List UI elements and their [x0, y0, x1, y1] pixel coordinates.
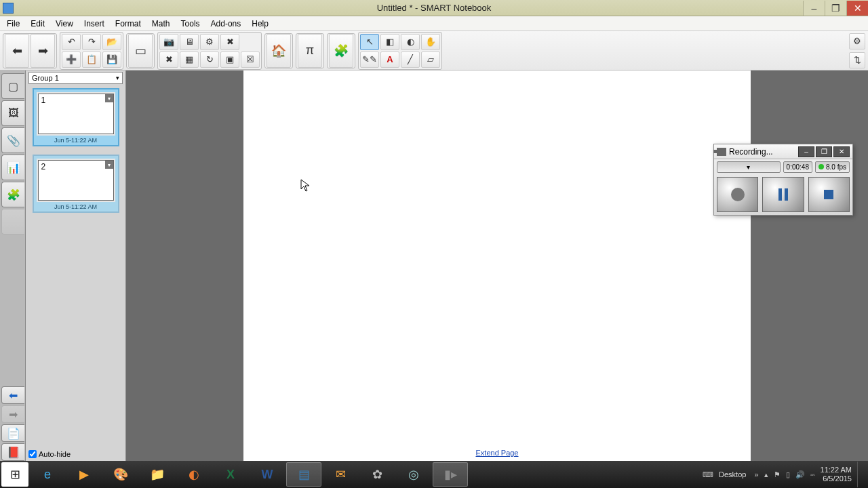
taskbar-excel[interactable]: X [213, 462, 248, 487]
screen-shade-button[interactable]: ▭ [128, 34, 153, 68]
paste-button[interactable]: 📋 [82, 52, 101, 68]
menu-insert[interactable]: Insert [79, 18, 110, 30]
side-action-1[interactable]: 📄 [1, 424, 24, 442]
recorder-menu-dropdown[interactable]: ▾ [717, 161, 781, 173]
taskbar-ie[interactable]: e [30, 462, 65, 487]
toolbar-move-button[interactable]: ⇅ [849, 52, 865, 68]
gallery-tab[interactable]: 🖼 [1, 100, 24, 126]
page-add-icon: ➕ [66, 54, 77, 64]
ruler-tool-button[interactable]: ▱ [421, 52, 440, 68]
collapse-right-button[interactable]: ➡ [1, 405, 24, 423]
recorder-close-button[interactable]: ✕ [833, 146, 850, 157]
properties-tab[interactable]: 📊 [1, 155, 24, 180]
shape-tool-button[interactable]: ◧ [380, 34, 399, 50]
addons-button[interactable]: 🧩 [329, 34, 353, 68]
delete-page-button[interactable]: ☒ [241, 52, 260, 68]
save-button[interactable]: 💾 [102, 52, 121, 68]
taskbar-recorder[interactable]: ▮▸ [433, 462, 468, 487]
redo-button[interactable]: ↷ [82, 34, 101, 50]
menu-view[interactable]: View [50, 18, 79, 30]
fill-tool-button[interactable]: ✋ [421, 34, 440, 50]
delete-button[interactable]: ✖ [159, 52, 178, 68]
pens-tool-button[interactable]: ✎✎ [360, 52, 379, 68]
arrow-right-icon: ➡ [9, 408, 18, 421]
keyboard-icon[interactable]: ⌨ [703, 470, 713, 479]
menu-help[interactable]: Help [246, 18, 274, 30]
window-maximize-button[interactable]: ❐ [825, 1, 846, 16]
clear-ink-button[interactable]: ✖ [220, 34, 239, 50]
page-sorter-tab[interactable]: ▢ [1, 73, 24, 99]
prev-page-button[interactable]: ⬅ [5, 34, 29, 68]
recorder-pause-button[interactable] [762, 177, 804, 212]
taskbar-app-1[interactable]: ✿ [359, 462, 395, 487]
tray-chevron-icon[interactable]: ▴ [764, 470, 768, 479]
menu-edit[interactable]: Edit [25, 18, 50, 30]
image-icon: ⚙ [205, 37, 214, 47]
taskbar-media[interactable]: ▶ [66, 462, 102, 487]
side-action-2[interactable]: 📕 [1, 443, 24, 461]
math-tools-button[interactable]: π [298, 34, 322, 68]
page-group-label: Group 1 [32, 74, 59, 82]
menu-format[interactable]: Format [110, 18, 146, 30]
start-button[interactable]: ⊞ [1, 462, 28, 487]
undo-button[interactable]: ↶ [62, 34, 81, 50]
attachments-tab[interactable]: 📎 [1, 127, 24, 153]
activity-builder-button[interactable]: 🏠 [267, 34, 291, 68]
reset-page-button[interactable]: ↻ [200, 52, 219, 68]
menu-tools[interactable]: Tools [176, 18, 205, 30]
svg-point-0 [731, 188, 745, 201]
window-close-button[interactable]: ✕ [846, 1, 868, 16]
taskbar-firefox[interactable]: ◐ [176, 462, 212, 487]
recorder-minimize-button[interactable]: – [798, 146, 814, 157]
tray-expand-icon[interactable]: » [754, 470, 758, 479]
page-thumbnail-2[interactable]: 2 ▾ Jun 5-11:22 AM [33, 155, 119, 213]
taskbar-explorer[interactable]: 📁 [140, 462, 175, 487]
show-desktop-button[interactable] [857, 462, 863, 487]
menu-file[interactable]: File [1, 18, 25, 30]
taskbar-smart-notebook[interactable]: ▤ [286, 462, 321, 487]
menu-math[interactable]: Math [146, 18, 176, 30]
autohide-input[interactable] [28, 450, 37, 458]
recorder-window[interactable]: Recording... – ❐ ✕ ▾ 0:00:48 8.0 fps [713, 144, 853, 216]
taskbar-paint[interactable]: 🎨 [103, 462, 138, 487]
toolbar-options-button[interactable]: ⚙ [849, 33, 865, 49]
recorder-stop-button[interactable] [808, 177, 850, 212]
window-minimize-button[interactable]: – [803, 1, 825, 16]
network-icon[interactable]: ▯ [786, 470, 790, 479]
page-thumbnail-1[interactable]: 1 ▾ Jun 5-11:22 AM [33, 88, 119, 146]
properties-button[interactable]: ▣ [220, 52, 239, 68]
page-group-dropdown[interactable]: Group 1 [28, 72, 123, 84]
insert-image-button[interactable]: ⚙ [200, 34, 219, 50]
thumbnail-menu-button[interactable]: ▾ [105, 161, 113, 169]
thumbnail-menu-button[interactable]: ▾ [105, 94, 113, 102]
paperclip-icon: 📎 [7, 134, 20, 147]
open-file-button[interactable]: 📂 [102, 34, 121, 50]
table-button[interactable]: ▦ [180, 52, 199, 68]
recorder-maximize-button[interactable]: ❐ [816, 146, 832, 157]
line-tool-button[interactable]: ╱ [401, 52, 420, 68]
taskbar-clock[interactable]: 11:22 AM 6/5/2015 [821, 466, 852, 483]
autohide-checkbox[interactable]: Auto-hide [28, 450, 71, 458]
taskbar-word[interactable]: W [250, 462, 285, 487]
eraser-tool-button[interactable]: ◐ [401, 34, 420, 50]
page-canvas[interactable]: Extend Page [243, 70, 751, 461]
taskbar-camera[interactable]: ◎ [396, 462, 431, 487]
next-page-button[interactable]: ➡ [31, 34, 55, 68]
volume-icon[interactable]: 🔊 [795, 470, 805, 479]
page-x-icon: 📕 [7, 446, 20, 459]
collapse-left-button[interactable]: ⬅ [1, 386, 24, 404]
battery-icon[interactable]: ⎓ [810, 470, 815, 479]
recorder-titlebar[interactable]: Recording... – ❐ ✕ [714, 144, 852, 159]
action-center-icon[interactable]: ⚑ [774, 470, 781, 479]
select-tool-button[interactable]: ↖ [360, 34, 379, 50]
menu-addons[interactable]: Add-ons [205, 18, 247, 30]
document-camera-button[interactable]: 🖥 [180, 34, 199, 50]
recorder-record-button[interactable] [717, 177, 758, 212]
new-page-button[interactable]: ➕ [62, 52, 81, 68]
capture-button[interactable]: 📷 [159, 34, 178, 50]
taskbar-outlook[interactable]: ✉ [323, 462, 358, 487]
addons-tab[interactable]: 🧩 [1, 182, 24, 207]
text-tool-button[interactable]: A [380, 52, 399, 68]
extend-page-link[interactable]: Extend Page [476, 449, 519, 457]
desktop-toolbar-label[interactable]: Desktop [719, 470, 746, 479]
